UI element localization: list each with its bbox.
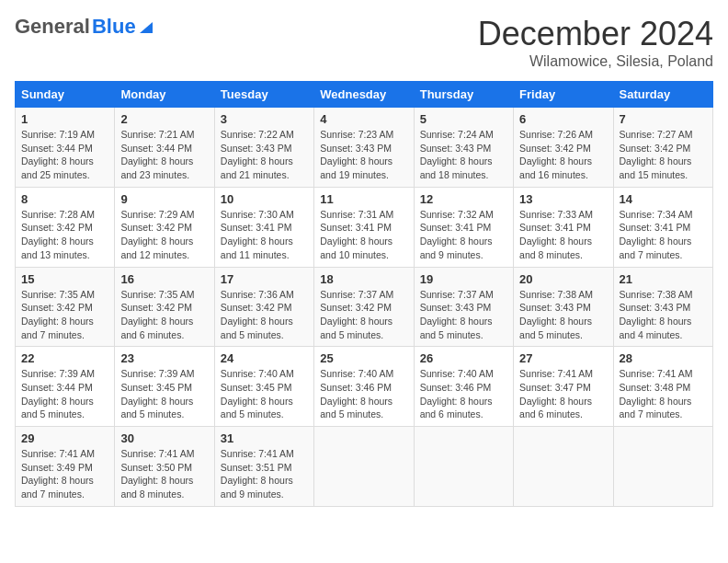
day-detail: Sunrise: 7:32 AMSunset: 3:41 PMDaylight:… <box>420 209 494 260</box>
calendar-cell <box>613 427 712 507</box>
calendar-cell: 25 Sunrise: 7:40 AMSunset: 3:46 PMDaylig… <box>314 347 414 427</box>
day-number: 15 <box>21 272 108 286</box>
calendar-cell <box>514 427 613 507</box>
day-detail: Sunrise: 7:36 AMSunset: 3:42 PMDaylight:… <box>221 289 294 340</box>
calendar-week-row: 8 Sunrise: 7:28 AMSunset: 3:42 PMDayligh… <box>16 187 713 267</box>
day-number: 19 <box>420 272 507 286</box>
day-detail: Sunrise: 7:40 AMSunset: 3:46 PMDaylight:… <box>420 368 494 419</box>
day-detail: Sunrise: 7:37 AMSunset: 3:42 PMDaylight:… <box>320 289 393 340</box>
calendar-week-row: 1 Sunrise: 7:19 AMSunset: 3:44 PMDayligh… <box>16 108 713 188</box>
day-number: 30 <box>120 431 208 445</box>
calendar-cell: 8 Sunrise: 7:28 AMSunset: 3:42 PMDayligh… <box>16 187 115 267</box>
calendar-cell: 16 Sunrise: 7:35 AMSunset: 3:42 PMDaylig… <box>115 267 214 347</box>
day-detail: Sunrise: 7:39 AMSunset: 3:44 PMDaylight:… <box>21 368 95 419</box>
calendar-cell: 12 Sunrise: 7:32 AMSunset: 3:41 PMDaylig… <box>414 187 513 267</box>
day-detail: Sunrise: 7:38 AMSunset: 3:43 PMDaylight:… <box>620 289 693 340</box>
day-number: 28 <box>620 351 707 365</box>
day-number: 23 <box>120 351 208 365</box>
day-number: 11 <box>320 192 407 206</box>
calendar-cell: 20 Sunrise: 7:38 AMSunset: 3:43 PMDaylig… <box>514 267 613 347</box>
calendar-cell: 29 Sunrise: 7:41 AMSunset: 3:49 PMDaylig… <box>16 427 115 507</box>
calendar-cell: 14 Sunrise: 7:34 AMSunset: 3:41 PMDaylig… <box>613 187 712 267</box>
title-block: December 2024 Wilamowice, Silesia, Polan… <box>478 15 713 70</box>
logo-blue-text: Blue <box>92 15 136 39</box>
calendar-cell: 26 Sunrise: 7:40 AMSunset: 3:46 PMDaylig… <box>414 347 513 427</box>
day-number: 12 <box>420 192 507 206</box>
calendar-cell: 3 Sunrise: 7:22 AMSunset: 3:43 PMDayligh… <box>214 108 313 188</box>
day-detail: Sunrise: 7:41 AMSunset: 3:49 PMDaylight:… <box>21 448 95 500</box>
day-number: 13 <box>519 192 607 206</box>
calendar-cell: 5 Sunrise: 7:24 AMSunset: 3:43 PMDayligh… <box>414 108 513 188</box>
calendar-cell: 21 Sunrise: 7:38 AMSunset: 3:43 PMDaylig… <box>613 267 712 347</box>
calendar-cell: 30 Sunrise: 7:41 AMSunset: 3:50 PMDaylig… <box>115 427 214 507</box>
day-number: 2 <box>120 112 208 126</box>
calendar-cell: 27 Sunrise: 7:41 AMSunset: 3:47 PMDaylig… <box>514 347 613 427</box>
calendar-cell: 7 Sunrise: 7:27 AMSunset: 3:42 PMDayligh… <box>613 108 712 188</box>
day-detail: Sunrise: 7:41 AMSunset: 3:50 PMDaylight:… <box>120 448 194 500</box>
day-header-tuesday: Tuesday <box>214 82 313 108</box>
day-number: 6 <box>519 112 607 126</box>
day-number: 25 <box>320 351 407 365</box>
calendar-table: SundayMondayTuesdayWednesdayThursdayFrid… <box>15 81 713 507</box>
day-detail: Sunrise: 7:30 AMSunset: 3:41 PMDaylight:… <box>221 209 294 260</box>
day-detail: Sunrise: 7:34 AMSunset: 3:41 PMDaylight:… <box>620 209 693 260</box>
day-header-thursday: Thursday <box>414 82 513 108</box>
day-detail: Sunrise: 7:39 AMSunset: 3:45 PMDaylight:… <box>120 368 194 419</box>
calendar-cell: 22 Sunrise: 7:39 AMSunset: 3:44 PMDaylig… <box>16 347 115 427</box>
day-number: 1 <box>21 112 108 126</box>
calendar-cell: 11 Sunrise: 7:31 AMSunset: 3:41 PMDaylig… <box>314 187 414 267</box>
day-number: 7 <box>620 112 707 126</box>
day-number: 27 <box>519 351 607 365</box>
day-header-sunday: Sunday <box>16 82 115 108</box>
day-number: 21 <box>620 272 707 286</box>
day-number: 18 <box>320 272 407 286</box>
calendar-cell: 17 Sunrise: 7:36 AMSunset: 3:42 PMDaylig… <box>214 267 313 347</box>
calendar-header-row: SundayMondayTuesdayWednesdayThursdayFrid… <box>16 82 713 108</box>
calendar-week-row: 29 Sunrise: 7:41 AMSunset: 3:49 PMDaylig… <box>16 427 713 507</box>
calendar-body: 1 Sunrise: 7:19 AMSunset: 3:44 PMDayligh… <box>16 108 713 507</box>
day-detail: Sunrise: 7:41 AMSunset: 3:47 PMDaylight:… <box>519 368 593 419</box>
day-detail: Sunrise: 7:41 AMSunset: 3:51 PMDaylight:… <box>221 448 294 500</box>
month-title: December 2024 <box>478 15 713 53</box>
calendar-cell: 28 Sunrise: 7:41 AMSunset: 3:48 PMDaylig… <box>613 347 712 427</box>
day-number: 9 <box>120 192 208 206</box>
day-detail: Sunrise: 7:40 AMSunset: 3:45 PMDaylight:… <box>221 368 294 419</box>
day-header-friday: Friday <box>514 82 613 108</box>
day-detail: Sunrise: 7:24 AMSunset: 3:43 PMDaylight:… <box>420 129 494 180</box>
calendar-cell: 10 Sunrise: 7:30 AMSunset: 3:41 PMDaylig… <box>214 187 313 267</box>
day-detail: Sunrise: 7:31 AMSunset: 3:41 PMDaylight:… <box>320 209 393 260</box>
page-header: General Blue December 2024 Wilamowice, S… <box>15 15 713 70</box>
day-number: 20 <box>519 272 607 286</box>
day-detail: Sunrise: 7:35 AMSunset: 3:42 PMDaylight:… <box>21 289 95 340</box>
day-number: 17 <box>221 272 308 286</box>
day-header-wednesday: Wednesday <box>314 82 414 108</box>
day-number: 4 <box>320 112 407 126</box>
calendar-cell: 13 Sunrise: 7:33 AMSunset: 3:41 PMDaylig… <box>514 187 613 267</box>
calendar-cell: 18 Sunrise: 7:37 AMSunset: 3:42 PMDaylig… <box>314 267 414 347</box>
logo-triangle-icon <box>138 18 154 33</box>
day-detail: Sunrise: 7:19 AMSunset: 3:44 PMDaylight:… <box>21 129 95 180</box>
logo: General Blue <box>15 15 154 39</box>
day-number: 31 <box>221 431 308 445</box>
day-detail: Sunrise: 7:22 AMSunset: 3:43 PMDaylight:… <box>221 129 294 180</box>
svg-marker-0 <box>140 22 153 33</box>
day-detail: Sunrise: 7:40 AMSunset: 3:46 PMDaylight:… <box>320 368 393 419</box>
calendar-cell: 6 Sunrise: 7:26 AMSunset: 3:42 PMDayligh… <box>514 108 613 188</box>
day-number: 29 <box>21 431 108 445</box>
day-number: 26 <box>420 351 507 365</box>
day-detail: Sunrise: 7:23 AMSunset: 3:43 PMDaylight:… <box>320 129 393 180</box>
logo-general-text: General <box>15 15 90 39</box>
day-number: 16 <box>120 272 208 286</box>
calendar-week-row: 15 Sunrise: 7:35 AMSunset: 3:42 PMDaylig… <box>16 267 713 347</box>
day-detail: Sunrise: 7:29 AMSunset: 3:42 PMDaylight:… <box>120 209 194 260</box>
day-detail: Sunrise: 7:37 AMSunset: 3:43 PMDaylight:… <box>420 289 494 340</box>
day-number: 3 <box>221 112 308 126</box>
day-number: 22 <box>21 351 108 365</box>
day-detail: Sunrise: 7:26 AMSunset: 3:42 PMDaylight:… <box>519 129 593 180</box>
day-number: 10 <box>221 192 308 206</box>
day-number: 24 <box>221 351 308 365</box>
day-number: 14 <box>620 192 707 206</box>
calendar-cell: 4 Sunrise: 7:23 AMSunset: 3:43 PMDayligh… <box>314 108 414 188</box>
calendar-cell: 2 Sunrise: 7:21 AMSunset: 3:44 PMDayligh… <box>115 108 214 188</box>
calendar-cell: 1 Sunrise: 7:19 AMSunset: 3:44 PMDayligh… <box>16 108 115 188</box>
